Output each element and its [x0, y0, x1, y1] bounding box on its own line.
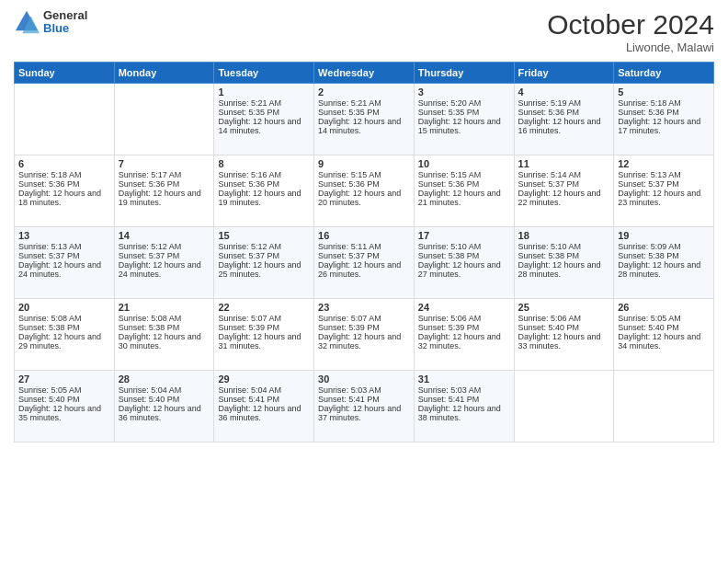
sunset-text: Sunset: 5:37 PM [218, 251, 310, 260]
daylight-text: Daylight: 12 hours and 16 minutes. [518, 117, 610, 135]
sunset-text: Sunset: 5:38 PM [119, 323, 210, 332]
calendar-cell: 8Sunrise: 5:16 AMSunset: 5:36 PMDaylight… [214, 155, 314, 227]
logo: General Blue [14, 9, 87, 36]
calendar-cell: 25Sunrise: 5:06 AMSunset: 5:40 PMDayligh… [514, 299, 614, 371]
daylight-text: Daylight: 12 hours and 14 minutes. [318, 117, 410, 135]
sunrise-text: Sunrise: 5:09 AM [618, 242, 710, 251]
sunset-text: Sunset: 5:37 PM [119, 251, 210, 260]
day-header-saturday: Saturday [614, 63, 714, 84]
sunrise-text: Sunrise: 5:03 AM [418, 385, 510, 395]
calendar-cell [114, 84, 214, 155]
calendar-cell [15, 84, 115, 155]
daylight-text: Daylight: 12 hours and 17 minutes. [618, 117, 710, 135]
calendar-cell: 4Sunrise: 5:19 AMSunset: 5:36 PMDaylight… [514, 84, 614, 155]
daylight-text: Daylight: 12 hours and 14 minutes. [218, 117, 310, 135]
daylight-text: Daylight: 12 hours and 28 minutes. [618, 260, 710, 279]
daylight-text: Daylight: 12 hours and 27 minutes. [418, 260, 510, 279]
sunset-text: Sunset: 5:40 PM [18, 395, 110, 404]
week-row-4: 27Sunrise: 5:05 AMSunset: 5:40 PMDayligh… [15, 371, 714, 442]
calendar-cell: 1Sunrise: 5:21 AMSunset: 5:35 PMDaylight… [214, 84, 314, 155]
sunset-text: Sunset: 5:37 PM [18, 251, 110, 260]
day-number: 14 [119, 230, 210, 241]
sunrise-text: Sunrise: 5:15 AM [418, 170, 510, 179]
daylight-text: Daylight: 12 hours and 19 minutes. [218, 189, 310, 207]
calendar-cell: 21Sunrise: 5:08 AMSunset: 5:38 PMDayligh… [114, 299, 214, 371]
calendar-cell: 19Sunrise: 5:09 AMSunset: 5:38 PMDayligh… [614, 227, 714, 299]
logo-general: General [43, 9, 87, 22]
day-number: 5 [618, 86, 710, 98]
calendar-cell: 15Sunrise: 5:12 AMSunset: 5:37 PMDayligh… [214, 227, 314, 299]
daylight-text: Daylight: 12 hours and 18 minutes. [18, 189, 110, 207]
calendar-cell: 14Sunrise: 5:12 AMSunset: 5:37 PMDayligh… [114, 227, 214, 299]
sunset-text: Sunset: 5:38 PM [618, 251, 710, 260]
daylight-text: Daylight: 12 hours and 23 minutes. [618, 189, 710, 207]
sunset-text: Sunset: 5:41 PM [418, 395, 510, 404]
day-number: 27 [18, 373, 110, 385]
week-row-3: 20Sunrise: 5:08 AMSunset: 5:38 PMDayligh… [15, 299, 714, 371]
sunset-text: Sunset: 5:39 PM [218, 323, 310, 332]
calendar-cell: 29Sunrise: 5:04 AMSunset: 5:41 PMDayligh… [214, 371, 314, 442]
sunset-text: Sunset: 5:35 PM [318, 108, 410, 117]
sunset-text: Sunset: 5:41 PM [318, 395, 410, 404]
sunrise-text: Sunrise: 5:08 AM [119, 314, 210, 323]
daylight-text: Daylight: 12 hours and 29 minutes. [18, 332, 110, 350]
calendar-cell: 7Sunrise: 5:17 AMSunset: 5:36 PMDaylight… [114, 155, 214, 227]
sunset-text: Sunset: 5:37 PM [318, 251, 410, 260]
sunrise-text: Sunrise: 5:20 AM [418, 98, 510, 108]
sunset-text: Sunset: 5:36 PM [418, 179, 510, 189]
day-header-wednesday: Wednesday [314, 63, 415, 84]
daylight-text: Daylight: 12 hours and 15 minutes. [418, 117, 510, 135]
daylight-text: Daylight: 12 hours and 26 minutes. [318, 260, 410, 279]
day-number: 1 [218, 86, 310, 98]
day-number: 18 [518, 230, 610, 241]
daylight-text: Daylight: 12 hours and 33 minutes. [518, 332, 610, 350]
day-number: 21 [119, 302, 210, 313]
day-number: 8 [218, 158, 310, 169]
sunrise-text: Sunrise: 5:03 AM [318, 385, 410, 395]
sunrise-text: Sunrise: 5:05 AM [618, 314, 710, 323]
sunset-text: Sunset: 5:41 PM [218, 395, 310, 404]
calendar-cell: 17Sunrise: 5:10 AMSunset: 5:38 PMDayligh… [414, 227, 514, 299]
calendar-body: 1Sunrise: 5:21 AMSunset: 5:35 PMDaylight… [15, 84, 714, 442]
daylight-text: Daylight: 12 hours and 36 minutes. [119, 404, 210, 422]
calendar-cell: 13Sunrise: 5:13 AMSunset: 5:37 PMDayligh… [15, 227, 115, 299]
day-number: 31 [418, 373, 510, 385]
sunrise-text: Sunrise: 5:10 AM [518, 242, 610, 251]
calendar-cell: 10Sunrise: 5:15 AMSunset: 5:36 PMDayligh… [414, 155, 514, 227]
day-number: 15 [218, 230, 310, 241]
calendar-table: SundayMondayTuesdayWednesdayThursdayFrid… [14, 62, 714, 442]
daylight-text: Daylight: 12 hours and 32 minutes. [318, 332, 410, 350]
sunset-text: Sunset: 5:37 PM [618, 179, 710, 189]
calendar-cell: 12Sunrise: 5:13 AMSunset: 5:37 PMDayligh… [614, 155, 714, 227]
calendar-cell: 11Sunrise: 5:14 AMSunset: 5:37 PMDayligh… [514, 155, 614, 227]
daylight-text: Daylight: 12 hours and 24 minutes. [18, 260, 110, 279]
sunrise-text: Sunrise: 5:15 AM [318, 170, 410, 179]
day-number: 20 [18, 302, 110, 313]
sunrise-text: Sunrise: 5:18 AM [18, 170, 110, 179]
day-number: 26 [618, 302, 710, 313]
day-number: 6 [18, 158, 110, 169]
sunrise-text: Sunrise: 5:07 AM [218, 314, 310, 323]
calendar-cell: 27Sunrise: 5:05 AMSunset: 5:40 PMDayligh… [15, 371, 115, 442]
sunrise-text: Sunrise: 5:13 AM [18, 242, 110, 251]
calendar-cell: 23Sunrise: 5:07 AMSunset: 5:39 PMDayligh… [314, 299, 415, 371]
page-container: General Blue October 2024 Liwonde, Malaw… [0, 0, 728, 563]
week-row-0: 1Sunrise: 5:21 AMSunset: 5:35 PMDaylight… [15, 84, 714, 155]
sunrise-text: Sunrise: 5:04 AM [218, 385, 310, 395]
day-number: 11 [518, 158, 610, 169]
calendar-cell: 2Sunrise: 5:21 AMSunset: 5:35 PMDaylight… [314, 84, 415, 155]
sunrise-text: Sunrise: 5:06 AM [518, 314, 610, 323]
sunrise-text: Sunrise: 5:19 AM [518, 98, 610, 108]
day-number: 3 [418, 86, 510, 98]
week-row-1: 6Sunrise: 5:18 AMSunset: 5:36 PMDaylight… [15, 155, 714, 227]
sunrise-text: Sunrise: 5:05 AM [18, 385, 110, 395]
day-number: 22 [218, 302, 310, 313]
day-header-sunday: Sunday [15, 63, 115, 84]
sunset-text: Sunset: 5:36 PM [18, 179, 110, 189]
daylight-text: Daylight: 12 hours and 28 minutes. [518, 260, 610, 279]
calendar-cell: 9Sunrise: 5:15 AMSunset: 5:36 PMDaylight… [314, 155, 415, 227]
day-number: 13 [18, 230, 110, 241]
daylight-text: Daylight: 12 hours and 37 minutes. [318, 404, 410, 422]
day-number: 30 [318, 373, 410, 385]
daylight-text: Daylight: 12 hours and 25 minutes. [218, 260, 310, 279]
